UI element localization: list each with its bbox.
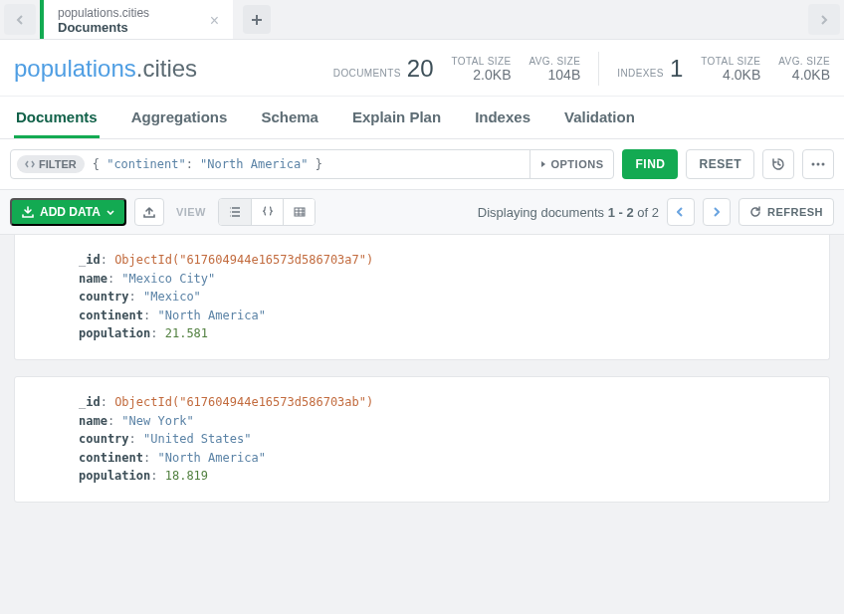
tab-schema[interactable]: Schema [259,97,320,138]
options-button[interactable]: OPTIONS [529,150,613,178]
svg-point-1 [817,163,820,166]
refresh-icon [749,206,761,218]
tab-indexes[interactable]: Indexes [473,97,532,138]
refresh-button[interactable]: REFRESH [738,198,834,226]
tab-prev-button[interactable] [4,4,36,35]
documents-toolbar: ADD DATA VIEW Displaying documents 1 - 2… [0,190,844,235]
namespace-collection: cities [142,55,197,82]
chevron-right-icon [820,15,828,25]
page-prev-button[interactable] [667,198,695,226]
chevron-left-icon [16,15,24,25]
namespace-header: populations.cities DOCUMENTS 20 TOTAL SI… [0,40,844,97]
doc-field-id: _id: ObjectId("617604944e16573d586703a7"… [79,251,813,270]
doc-field: name: "Mexico City" [79,270,813,289]
view-label: VIEW [172,206,210,218]
doc-field: continent: "North America" [79,307,813,325]
namespace-title: populations.cities [14,55,197,83]
caret-right-icon [540,160,546,168]
reset-button[interactable]: RESET [686,149,754,179]
stat-idx-total-size: TOTAL SIZE 4.0KB [701,56,760,83]
upload-icon [143,206,155,218]
divider [598,52,599,86]
view-json-button[interactable] [251,199,283,225]
doc-field-id: _id: ObjectId("617604944e16573d586703ab"… [79,393,813,412]
chevron-left-icon [677,207,684,217]
view-table-button[interactable] [283,199,315,225]
history-icon [771,157,785,171]
namespace-db[interactable]: populations [14,55,136,82]
collection-tab[interactable]: populations.cities Documents × [40,0,233,39]
document-card[interactable]: _id: ObjectId("617604944e16573d586703ab"… [14,376,830,503]
view-mode-segment [218,198,316,226]
history-button[interactable] [762,149,794,179]
doc-field: country: "Mexico" [79,288,813,307]
close-icon[interactable]: × [206,12,223,30]
code-icon [25,159,35,169]
add-data-button[interactable]: ADD DATA [10,198,126,226]
doc-field: population: 18.819 [79,467,813,486]
export-button[interactable] [134,198,164,226]
ellipsis-icon [811,162,825,166]
page-next-button[interactable] [703,198,731,226]
collection-stats: DOCUMENTS 20 TOTAL SIZE 2.0KB AVG. SIZE … [333,52,830,86]
new-tab-button[interactable] [243,5,271,34]
stat-avg-size: AVG. SIZE 104B [528,56,580,83]
documents-list: _id: ObjectId("617604944e16573d586703a7"… [0,235,844,614]
tab-validation[interactable]: Validation [562,97,637,138]
filter-bar: FILTER { "continent": "North America" } … [0,139,844,190]
table-icon [294,207,306,217]
tab-subtitle: Documents [58,20,149,36]
tab-bar: populations.cities Documents × [0,0,844,40]
download-icon [22,206,34,218]
filter-input[interactable]: { "continent": "North America" } [85,157,530,171]
more-menu-button[interactable] [802,149,834,179]
doc-field: country: "United States" [79,430,813,449]
tab-title: populations.cities [58,6,149,20]
stat-documents: DOCUMENTS 20 [333,57,434,81]
tab-documents[interactable]: Documents [14,97,100,138]
svg-point-2 [822,163,825,166]
filter-badge: FILTER [17,155,85,173]
chevron-right-icon [713,207,720,217]
svg-point-0 [812,163,815,166]
document-card[interactable]: _id: ObjectId("617604944e16573d586703a7"… [14,235,830,360]
doc-field: continent: "North America" [79,449,813,468]
tab-explain-plan[interactable]: Explain Plan [350,97,443,138]
view-list-button[interactable] [219,199,251,225]
tab-next-button[interactable] [808,4,840,35]
plus-icon [251,14,263,26]
caret-down-icon [106,210,114,215]
braces-icon [262,206,274,218]
tab-labels: populations.cities Documents [58,6,149,36]
stat-idx-avg-size: AVG. SIZE 4.0KB [778,56,830,83]
tab-aggregations[interactable]: Aggregations [129,97,230,138]
stat-total-size: TOTAL SIZE 2.0KB [452,56,512,83]
doc-field: population: 21.581 [79,324,813,343]
list-icon [229,207,241,217]
collection-subtabs: Documents Aggregations Schema Explain Pl… [0,97,844,139]
filter-input-wrap: FILTER { "continent": "North America" } … [10,149,614,179]
doc-field: name: "New York" [79,412,813,431]
find-button[interactable]: FIND [622,149,678,179]
pagination-status: Displaying documents 1 - 2 of 2 [478,205,659,220]
stat-indexes: INDEXES 1 [617,57,683,81]
